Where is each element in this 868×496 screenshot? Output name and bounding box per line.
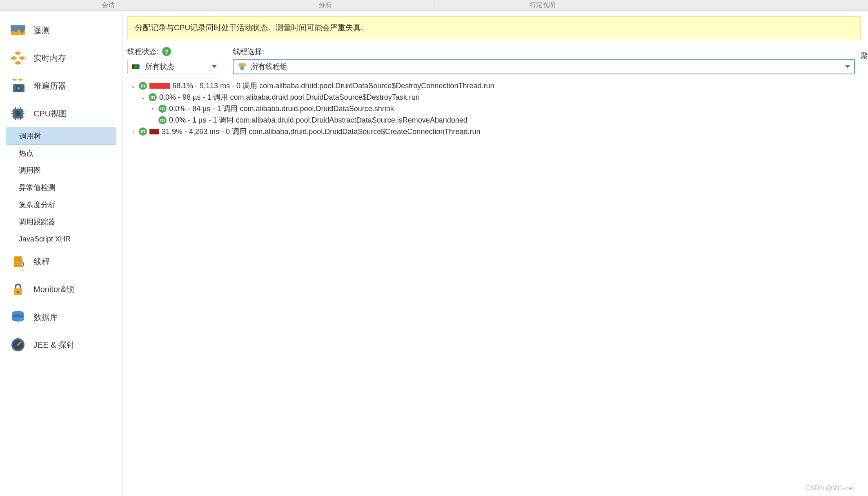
svg-rect-38 <box>132 65 134 69</box>
cpu-view-subtree: 调用树 热点 调用图 异常值检测 复杂度分析 调用跟踪器 JavaScript … <box>6 127 122 248</box>
tree-row-text: 31.9% - 4,263 ms - 0 调用 com.alibaba.drui… <box>162 126 480 137</box>
chevron-down-icon <box>212 65 217 68</box>
telemetry-icon <box>9 21 27 39</box>
tab-analysis[interactable]: 分析 <box>217 0 434 10</box>
sidebar-item-label: 遥测 <box>33 25 50 36</box>
tree-row-text: 68.1% - 9,113 ms - 0 调用 com.alibaba.drui… <box>172 80 494 92</box>
subitem-call-tracer[interactable]: 调用跟踪器 <box>6 213 116 230</box>
sidebar-item-threads[interactable]: 线程 <box>0 248 122 275</box>
sidebar-item-label: 实时内存 <box>33 53 66 64</box>
expand-toggle-icon[interactable]: ⌄ <box>130 80 136 92</box>
method-icon: m <box>139 82 147 90</box>
tree-row[interactable]: ⌄ m 0.0% - 98 µs - 1 调用 com.alibaba.drui… <box>127 92 861 103</box>
tree-row-text: 0.0% - 84 µs - 1 调用 com.alibaba.druid.po… <box>169 103 394 114</box>
svg-rect-11 <box>16 111 20 116</box>
tree-row[interactable]: › m 0.0% - 84 µs - 1 调用 com.alibaba.drui… <box>127 103 861 114</box>
subitem-complexity-analysis[interactable]: 复杂度分析 <box>6 196 116 213</box>
thread-group-icon <box>238 62 247 71</box>
tree-row[interactable]: · m 0.0% - 1 µs - 1 调用 com.alibaba.druid… <box>127 114 861 126</box>
svg-point-33 <box>12 317 24 322</box>
cpu-chip-icon <box>9 105 27 123</box>
tab-empty <box>651 0 868 10</box>
sidebar-item-label: JEE & 探针 <box>33 340 75 351</box>
filter-row: 线程状态: ? 所有状态 线程选择: <box>127 47 861 74</box>
percent-bar <box>149 83 170 89</box>
lock-icon <box>9 280 27 298</box>
gauge-icon <box>9 336 27 354</box>
tab-session[interactable]: 会话 <box>0 0 217 10</box>
subitem-javascript-xhr[interactable]: JavaScript XHR <box>6 230 116 248</box>
cubes-icon <box>9 49 27 67</box>
subitem-call-graph[interactable]: 调用图 <box>6 162 116 179</box>
svg-point-37 <box>17 344 19 346</box>
chevron-down-icon <box>845 65 850 68</box>
svg-point-44 <box>240 66 244 70</box>
subitem-outlier-detection[interactable]: 异常值检测 <box>6 179 116 196</box>
right-edge-label-fragment: 聚 <box>861 11 868 496</box>
svg-marker-4 <box>15 61 21 65</box>
tree-row-text: 0.0% - 1 µs - 1 调用 com.alibaba.druid.poo… <box>169 114 467 126</box>
state-chip-icon <box>132 62 141 71</box>
percent-bar <box>149 129 159 134</box>
tree-row[interactable]: › m 31.9% - 4,263 ms - 0 调用 com.alibaba.… <box>127 126 861 137</box>
expand-toggle-icon[interactable]: › <box>130 126 136 137</box>
svg-marker-3 <box>19 56 25 60</box>
warning-banner: 分配记录与CPU记录同时处于活动状态。测量时间可能会严重失真。 <box>127 16 861 39</box>
thread-select-combo[interactable]: 所有线程组 <box>233 59 855 74</box>
sidebar-item-jee-probe[interactable]: JEE & 探针 <box>0 331 122 359</box>
camera-cubes-icon <box>9 77 27 95</box>
svg-marker-2 <box>11 56 17 60</box>
svg-rect-40 <box>137 65 139 69</box>
thread-select-label: 线程选择: <box>233 47 855 56</box>
thread-state-label: 线程状态: ? <box>127 47 221 56</box>
svg-point-9 <box>17 87 20 90</box>
expand-toggle-icon[interactable]: ⌄ <box>140 92 146 103</box>
thread-spool-icon <box>9 252 27 270</box>
sidebar-item-live-memory[interactable]: 实时内存 <box>0 44 122 72</box>
content-pane: 分配记录与CPU记录同时处于活动状态。测量时间可能会严重失真。 线程状态: ? … <box>122 11 861 496</box>
call-tree[interactable]: ⌄ m 68.1% - 9,113 ms - 0 调用 com.alibaba.… <box>127 80 861 137</box>
sidebar-item-monitor-lock[interactable]: Monitor&锁 <box>0 275 122 303</box>
method-icon: m <box>139 127 147 136</box>
thread-select-value: 所有线程组 <box>251 62 287 71</box>
subitem-hot-spots[interactable]: 热点 <box>6 145 116 162</box>
svg-marker-6 <box>18 78 23 81</box>
database-icon <box>9 308 27 326</box>
sidebar-item-heap-walker[interactable]: 堆遍历器 <box>0 72 122 100</box>
thread-state-combo[interactable]: 所有状态 <box>127 59 221 74</box>
sidebar-item-cpu-view[interactable]: CPU视图 <box>0 100 122 127</box>
sidebar: 遥测 实时内存 堆遍历器 CPU视图 调用 <box>0 11 122 496</box>
method-icon: m <box>149 93 157 101</box>
top-tab-bar: 会话 分析 特定视图 <box>0 0 868 11</box>
tab-specific-view[interactable]: 特定视图 <box>434 0 652 10</box>
svg-rect-39 <box>134 65 137 69</box>
expand-toggle-icon[interactable]: › <box>149 103 156 114</box>
sidebar-item-label: 数据库 <box>33 312 58 323</box>
tree-row-text: 0.0% - 98 µs - 1 调用 com.alibaba.druid.po… <box>159 92 420 103</box>
sidebar-item-database[interactable]: 数据库 <box>0 303 122 331</box>
tree-row[interactable]: ⌄ m 68.1% - 9,113 ms - 0 调用 com.alibaba.… <box>127 80 861 92</box>
svg-marker-1 <box>15 51 21 55</box>
help-icon[interactable]: ? <box>162 47 171 56</box>
sidebar-item-telemetry[interactable]: 遥测 <box>0 16 122 44</box>
svg-rect-30 <box>17 291 19 293</box>
thread-state-value: 所有状态 <box>145 62 174 71</box>
sidebar-item-label: CPU视图 <box>33 108 67 119</box>
method-icon: m <box>158 116 167 124</box>
subitem-call-tree[interactable]: 调用树 <box>6 127 116 145</box>
sidebar-item-label: Monitor&锁 <box>33 284 74 295</box>
watermark-text: CSDN @MG-net <box>806 485 854 492</box>
sidebar-item-label: 线程 <box>33 256 50 267</box>
sidebar-item-label: 堆遍历器 <box>33 80 66 92</box>
svg-marker-5 <box>12 78 17 81</box>
method-icon: m <box>158 105 167 113</box>
